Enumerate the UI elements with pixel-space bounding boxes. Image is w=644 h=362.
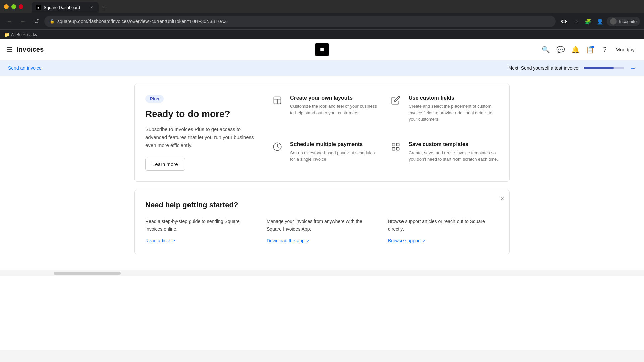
banner-progress-text: Next, Send yourself a test invoice xyxy=(508,65,578,71)
browse-support-text: Browse support xyxy=(388,238,421,243)
messages-icon: 💬 xyxy=(556,46,565,54)
templates-icon xyxy=(391,142,403,154)
user-menu-button[interactable]: Moodjoy xyxy=(613,47,637,52)
feature-item-custom-fields: Use custom fields Create and select the … xyxy=(391,95,499,131)
tab-close-button[interactable]: × xyxy=(89,4,95,10)
feature-content-layouts: Create your own layouts Customize the lo… xyxy=(290,95,380,131)
incognito-badge: Incognito xyxy=(607,17,640,26)
browser-nav: ← → ↺ 🔒 squareup.com/dashboard/invoices/… xyxy=(0,13,644,29)
read-article-text: Read article xyxy=(145,238,170,243)
reload-button[interactable]: ↺ xyxy=(31,16,42,27)
banner-left: Send an invoice xyxy=(8,65,42,71)
browse-support-link[interactable]: Browse support ↗ xyxy=(388,238,499,243)
svg-rect-4 xyxy=(392,143,395,146)
feature-item-layouts: Create your own layouts Customize the lo… xyxy=(273,95,380,131)
feature-title-templates: Save custom templates xyxy=(409,141,499,147)
schedule-icon xyxy=(273,142,285,154)
notification-dot xyxy=(591,46,594,48)
svg-rect-7 xyxy=(396,147,399,150)
notifications-button[interactable]: 🔔 xyxy=(569,43,582,56)
address-bar[interactable]: 🔒 squareup.com/dashboard/invoices/overvi… xyxy=(44,16,556,27)
send-invoice-link[interactable]: Send an invoice xyxy=(8,65,42,71)
incognito-icon xyxy=(610,18,617,25)
bell-icon: 🔔 xyxy=(571,46,580,54)
feature-title-layouts: Create your own layouts xyxy=(290,95,380,101)
reports-button[interactable]: 📋 xyxy=(583,43,597,56)
feature-title-schedule: Schedule multiple payments xyxy=(290,141,380,147)
feature-item-templates: Save custom templates Create, save, and … xyxy=(391,141,499,171)
help-card-title: Need help getting started? xyxy=(145,201,499,209)
profile-button[interactable]: 👤 xyxy=(595,16,605,27)
active-tab[interactable]: ■ Square Dashboard × xyxy=(32,2,99,13)
incognito-label: Incognito xyxy=(619,19,637,24)
plus-badge: Plus xyxy=(145,95,164,103)
help-icon: ? xyxy=(603,46,607,53)
external-link-icon-support: ↗ xyxy=(422,238,426,243)
app-header: ☰ Invoices ■ 🔍 💬 🔔 📋 ? Moodjoy xyxy=(0,39,644,60)
tab-bar: ■ Square Dashboard × + xyxy=(29,1,111,13)
feature-content-custom-fields: Use custom fields Create and select the … xyxy=(409,95,499,131)
search-icon: 🔍 xyxy=(542,46,550,54)
external-link-icon-guide: ↗ xyxy=(172,238,175,243)
extension-button[interactable]: 🧩 xyxy=(583,16,593,27)
menu-button[interactable]: ☰ xyxy=(7,46,13,54)
nav-right-icons: 👁️‍🗨️ ☆ 🧩 👤 Incognito xyxy=(558,16,640,27)
onboarding-banner: Send an invoice Next, Send yourself a te… xyxy=(0,60,644,76)
square-logo: ■ xyxy=(315,43,329,56)
bookmark-star-button[interactable]: ☆ xyxy=(571,16,581,27)
main-content: Plus Ready to do more? Subscribe to Invo… xyxy=(121,76,523,270)
back-button[interactable]: ← xyxy=(4,16,15,27)
learn-more-button[interactable]: Learn more xyxy=(145,158,185,171)
help-card: × Need help getting started? Read a step… xyxy=(134,190,510,254)
plus-card-title: Ready to do more? xyxy=(145,108,259,120)
plus-upgrade-card: Plus Ready to do more? Subscribe to Invo… xyxy=(134,84,510,182)
title-bar: – □ × ■ Square Dashboard × + xyxy=(0,0,644,13)
bookmarks-folder[interactable]: 📁 All Bookmarks xyxy=(4,32,37,37)
layout-icon xyxy=(273,96,285,108)
plus-card-description: Subscribe to Invoices Plus to get access… xyxy=(145,125,259,149)
read-article-link[interactable]: Read article ↗ xyxy=(145,238,256,243)
bookmarks-bar: 📁 All Bookmarks xyxy=(0,29,644,39)
close-button[interactable]: × xyxy=(19,4,23,9)
help-button[interactable]: ? xyxy=(598,43,611,56)
progress-bar-fill xyxy=(584,67,614,69)
external-link-icon-app: ↗ xyxy=(306,238,310,243)
download-app-link[interactable]: Download the app ↗ xyxy=(267,238,377,243)
scroll-thumb[interactable] xyxy=(54,272,121,275)
window-controls: – □ × xyxy=(4,4,23,9)
help-close-button[interactable]: × xyxy=(500,195,504,202)
header-right: 🔍 💬 🔔 📋 ? Moodjoy xyxy=(539,43,637,56)
help-col-guide: Read a step-by-step guide to sending Squ… xyxy=(145,218,256,243)
messages-button[interactable]: 💬 xyxy=(554,43,567,56)
feature-desc-layouts: Customize the look and feel of your busi… xyxy=(290,103,380,116)
banner-right: Next, Send yourself a test invoice → xyxy=(508,64,636,72)
feature-desc-custom-fields: Create and select the placement of custo… xyxy=(409,103,499,123)
search-button[interactable]: 🔍 xyxy=(539,43,552,56)
help-guide-desc: Read a step-by-step guide to sending Squ… xyxy=(145,218,256,233)
header-center: ■ xyxy=(315,43,329,56)
feature-title-custom-fields: Use custom fields xyxy=(409,95,499,101)
help-col-app: Manage your invoices from anywhere with … xyxy=(267,218,377,243)
banner-arrow[interactable]: → xyxy=(629,64,636,72)
folder-icon: 📁 xyxy=(4,32,10,37)
download-app-text: Download the app xyxy=(267,238,305,243)
progress-bar xyxy=(584,67,624,69)
feature-item-schedule: Schedule multiple payments Set up milest… xyxy=(273,141,380,171)
help-app-desc: Manage your invoices from anywhere with … xyxy=(267,218,377,233)
new-tab-button[interactable]: + xyxy=(99,3,109,13)
address-text: squareup.com/dashboard/invoices/overview… xyxy=(57,19,227,24)
plus-card-left: Plus Ready to do more? Subscribe to Invo… xyxy=(145,95,259,171)
eye-off-button[interactable]: 👁️‍🗨️ xyxy=(558,16,569,27)
bookmarks-label: All Bookmarks xyxy=(11,32,37,37)
plus-features-grid: Create your own layouts Customize the lo… xyxy=(273,95,499,171)
maximize-button[interactable]: □ xyxy=(11,4,16,9)
feature-content-templates: Save custom templates Create, save, and … xyxy=(409,141,499,171)
app-content: ☰ Invoices ■ 🔍 💬 🔔 📋 ? Moodjoy xyxy=(0,39,644,350)
feature-content-schedule: Schedule multiple payments Set up milest… xyxy=(290,141,380,171)
forward-button[interactable]: → xyxy=(17,16,28,27)
svg-rect-6 xyxy=(392,147,395,150)
feature-desc-schedule: Set up milestone-based payment schedules… xyxy=(290,149,380,163)
help-col-support: Browse support articles or reach out to … xyxy=(388,218,499,243)
minimize-button[interactable]: – xyxy=(4,4,9,9)
custom-fields-icon xyxy=(391,96,403,108)
